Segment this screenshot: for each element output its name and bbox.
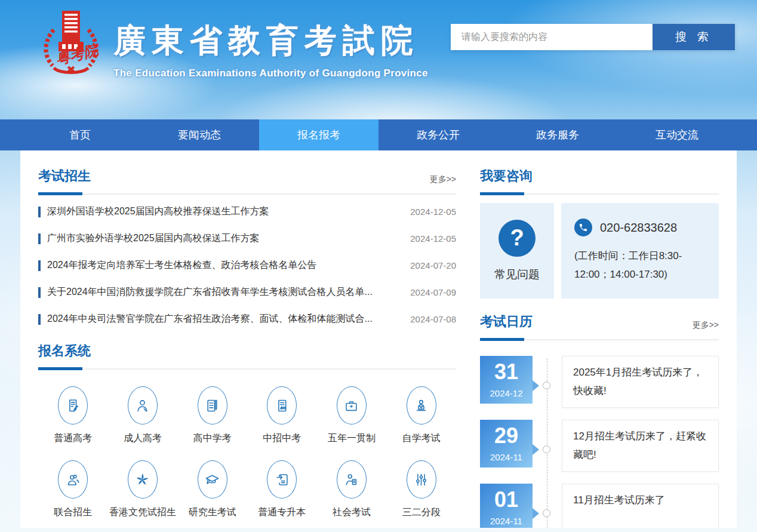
calendar-entry: 01 2024-11 11月招生考试历来了 — [480, 484, 719, 528]
exam-calendar-timeline: 31 2024-12 2025年1月招生考试历来了，快收藏! 29 2024-1… — [480, 356, 719, 528]
sys-item-label: 三二分段 — [402, 506, 441, 519]
sys-item-label: 联合招生 — [54, 506, 92, 519]
news-bullet-bar — [38, 260, 41, 271]
news-title: 2024年报考定向培养军士考生体格检查、政治考核合格名单公告 — [47, 259, 397, 272]
calendar-date-box: 31 2024-12 — [480, 356, 533, 404]
faq-box[interactable]: ? 常见问题 — [480, 203, 554, 299]
registration-systems-grid: 普通高考 成人高考 — [38, 386, 456, 528]
calendar-card[interactable]: 12月招生考试历来了，赶紧收藏吧! — [562, 420, 719, 472]
nav-item-home[interactable]: 首页 — [20, 119, 140, 150]
group-people-icon — [58, 460, 88, 499]
faq-label: 常见问题 — [494, 267, 540, 282]
sys-item-label: 普通专升本 — [258, 506, 306, 519]
calendar-entry: 31 2024-12 2025年1月招生考试历来了，快收藏! — [480, 356, 719, 408]
sys-item-gaokao[interactable]: 普通高考 — [38, 386, 108, 445]
news-date: 2024-12-05 — [410, 207, 456, 217]
sys-item-label: 五年一贯制 — [328, 432, 376, 445]
sys-item-five-year[interactable]: 五年一贯制 — [317, 386, 387, 445]
sys-item-social-exam[interactable]: 社会考试 — [317, 460, 387, 519]
exam-news-more-link[interactable]: 更多>> — [430, 174, 456, 185]
exam-news-header: 考试招生 更多>> — [38, 167, 456, 195]
calendar-entry: 29 2024-11 12月招生考试历来了，赶紧收藏吧! — [480, 420, 719, 472]
phone-icon — [574, 219, 592, 236]
news-date: 2024-07-09 — [410, 287, 456, 297]
sys-item-postgraduate[interactable]: 研究生考试 — [177, 460, 247, 519]
nav-item-gov-disclosure[interactable]: 政务公开 — [378, 119, 498, 150]
consult-title: 我要咨询 — [480, 167, 533, 185]
calendar-day: 01 — [494, 489, 518, 511]
site-title: 廣東省教育考試院 — [113, 19, 428, 63]
search-bar: 搜 索 — [451, 24, 735, 50]
news-bullet-bar — [38, 207, 41, 217]
calendar-card[interactable]: 11月招生考试历来了 — [562, 484, 719, 528]
calendar-day: 31 — [494, 361, 518, 383]
news-title: 深圳外国语学校2025届国内高校推荐保送生工作方案 — [47, 205, 397, 218]
calendar-card[interactable]: 2025年1月招生考试历来了，快收藏! — [562, 356, 719, 408]
exam-news-title: 考试招生 — [38, 167, 91, 185]
news-title: 广州市实验外语学校2025届国内高校保送工作方案 — [47, 232, 397, 245]
sys-item-label: 中招中考 — [263, 432, 301, 445]
site-subtitle: The Education Examinations Authority of … — [113, 67, 428, 79]
graduation-cap-icon — [198, 460, 227, 499]
news-item[interactable]: 2024年报考定向培养军士考生体格检查、政治考核合格名单公告 2024-07-2… — [38, 252, 456, 279]
nav-item-interaction[interactable]: 互动交流 — [617, 119, 737, 150]
calendar-date-box: 01 2024-11 — [480, 484, 533, 528]
calendar-date-box: 29 2024-11 — [480, 420, 533, 468]
sys-item-label: 高中学考 — [193, 432, 232, 445]
timeline-node-icon — [543, 382, 550, 389]
exam-doc-pencil-icon — [58, 386, 88, 425]
exam-calendar-header: 考试日历 更多>> — [480, 313, 719, 340]
search-button[interactable]: 搜 索 — [653, 24, 735, 50]
sys-item-hk-dse[interactable]: 香港文凭试招生 — [108, 460, 178, 519]
adult-person-icon — [128, 386, 158, 425]
gdedu-emblem-icon: 粤考院 — [33, 6, 109, 81]
calendar-month: 2024-11 — [490, 452, 522, 462]
exam-news-list: 深圳外国语学校2025届国内高校推荐保送生工作方案 2024-12-05 广州市… — [38, 198, 456, 333]
consult-row: ? 常见问题 020-62833628 (工作时间：工作日8:30-12:00；… — [480, 203, 719, 299]
sys-item-joint-admission[interactable]: 联合招生 — [38, 460, 108, 519]
news-item[interactable]: 深圳外国语学校2025届国内高校推荐保送生工作方案 2024-12-05 — [38, 198, 456, 225]
notebook-pen-icon — [198, 386, 227, 425]
sys-item-three-two[interactable]: 三二分段 — [386, 460, 456, 519]
content-panel: 考试招生 更多>> 深圳外国语学校2025届国内高校推荐保送生工作方案 2024… — [20, 150, 737, 528]
exam-calendar-more-link[interactable]: 更多>> — [693, 320, 719, 331]
left-column: 考试招生 更多>> 深圳外国语学校2025届国内高校推荐保送生工作方案 2024… — [38, 167, 456, 528]
sys-item-label: 普通高考 — [54, 432, 92, 445]
news-title: 关于2024年中国消防救援学院在广东省招收青年学生考核测试合格人员名单... — [47, 286, 397, 299]
site-logo-brand[interactable]: 粤考院 廣東省教育考試院 The Education Examinations … — [33, 6, 428, 81]
self-study-laptop-icon — [407, 386, 436, 425]
timeline-node-icon — [543, 509, 550, 517]
sys-item-label: 自学考试 — [402, 432, 441, 445]
site-header: 粤考院 廣東省教育考試院 The Education Examinations … — [0, 0, 757, 119]
news-date: 2024-07-08 — [410, 314, 456, 324]
calendar-month: 2024-12 — [490, 388, 522, 398]
nav-item-news[interactable]: 要闻动态 — [140, 119, 259, 150]
phone-box: 020-62833628 (工作时间：工作日8:30-12:00；14:00-1… — [561, 203, 719, 299]
news-item[interactable]: 广州市实验外语学校2025届国内高校保送工作方案 2024-12-05 — [38, 225, 456, 252]
sys-item-label: 社会考试 — [333, 506, 371, 519]
nav-item-registration[interactable]: 报名报考 — [259, 119, 378, 150]
main-nav: 首页 要闻动态 报名报考 政务公开 政务服务 互动交流 — [0, 119, 757, 150]
sys-item-adult-gaokao[interactable]: 成人高考 — [108, 386, 178, 445]
briefcase-icon — [337, 386, 367, 425]
sliders-icon — [407, 460, 436, 499]
news-date: 2024-07-20 — [410, 260, 456, 270]
exam-calendar-title: 考试日历 — [480, 313, 533, 331]
search-input[interactable] — [451, 24, 653, 50]
nav-item-gov-services[interactable]: 政务服务 — [498, 119, 617, 150]
calendar-month: 2024-11 — [490, 516, 522, 526]
sys-item-label: 香港文凭试招生 — [109, 506, 176, 519]
sys-item-zhuanshengben[interactable]: 普通专升本 — [247, 460, 317, 519]
calendar-day: 29 — [494, 425, 518, 447]
consult-working-hours: (工作时间：工作日8:30-12:00；14:00-17:30) — [574, 247, 709, 284]
bauhinia-flower-icon — [128, 460, 158, 499]
news-item[interactable]: 2024年中央司法警官学院在广东省招生政治考察、面试、体检和体能测试合... 2… — [38, 306, 456, 333]
news-item[interactable]: 关于2024年中国消防救援学院在广东省招收青年学生考核测试合格人员名单... 2… — [38, 279, 456, 306]
question-mark-icon: ? — [498, 220, 536, 257]
sys-item-self-study[interactable]: 自学考试 — [386, 386, 456, 445]
news-date: 2024-12-05 — [410, 233, 456, 244]
news-bullet-bar — [38, 314, 41, 325]
sys-item-high-school-exam[interactable]: 高中学考 — [177, 386, 247, 445]
sys-item-zhongkao[interactable]: 中招中考 — [247, 386, 317, 445]
sys-item-label: 成人高考 — [124, 432, 162, 445]
